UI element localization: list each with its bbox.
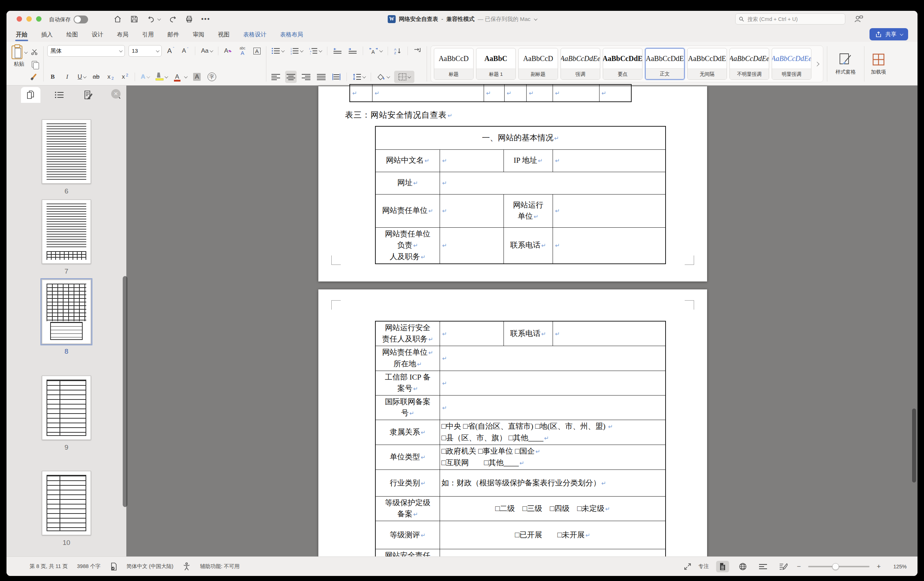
table-cell[interactable]: 网站中文名↵ (375, 149, 440, 172)
table-cell[interactable]: □二级 □三级 □四级 □未定级↵ (440, 497, 666, 521)
minimize-window-button[interactable] (26, 16, 32, 21)
table-cell[interactable]: 一、网站的基本情况↵ (375, 126, 666, 149)
bullet-list-button[interactable] (270, 45, 285, 57)
align-right-button[interactable] (300, 71, 312, 83)
change-case-button[interactable]: Aa (200, 45, 214, 57)
search-input[interactable] (747, 16, 842, 22)
subscript-button[interactable]: x2 (105, 71, 116, 83)
style-chip-0[interactable]: AaBbCcD标题 (434, 48, 474, 80)
comments-people-icon[interactable] (854, 15, 863, 23)
sidebar-tab-review[interactable] (78, 87, 98, 103)
superscript-button[interactable]: x2 (119, 71, 130, 83)
zoom-window-button[interactable] (36, 16, 41, 21)
table-cell[interactable]: 单位类型↵ (375, 445, 440, 470)
language-indicator[interactable]: 简体中文 (中国大陆) (127, 563, 173, 570)
sidebar-tab-outline[interactable] (50, 87, 69, 103)
shrink-font-button[interactable]: Aˇ (180, 45, 191, 57)
table-cell[interactable]: 等级保护定级备案↵ (375, 497, 440, 521)
zoom-out-button[interactable]: − (797, 563, 801, 571)
close-sidebar-button[interactable]: ✕ (111, 89, 120, 99)
ribbon-tab-3[interactable]: 设计 (91, 30, 104, 40)
enclose-characters-button[interactable]: 字 (206, 71, 218, 83)
autosave-toggle[interactable] (74, 15, 88, 23)
zoom-slider-thumb[interactable] (832, 563, 839, 570)
highlight-button[interactable] (154, 71, 168, 83)
table-cell[interactable]: 国际联网备案号↵ (375, 396, 440, 420)
align-left-button[interactable] (270, 71, 282, 83)
close-window-button[interactable] (16, 16, 22, 21)
table-cell[interactable]: 工信部 ICP 备案号↵ (375, 371, 440, 396)
more-styles-chevron[interactable] (815, 62, 819, 66)
table-cell[interactable]: ↵ (440, 396, 666, 420)
table-cell[interactable]: ↵ (553, 84, 599, 102)
table-cell[interactable]: ↵ (553, 227, 666, 264)
copy-button[interactable] (29, 58, 40, 70)
doc-section-title[interactable]: 表三：网站安全情况自查表↵ (345, 109, 453, 120)
style-chip-6[interactable]: AaBbCcDdE无间隔 (687, 48, 727, 80)
table-cell[interactable]: 网站运行安全责任人及职务↵ (375, 321, 440, 346)
page-thumbnail-7[interactable] (42, 200, 91, 264)
addins-button[interactable]: 加载项 (868, 45, 889, 83)
accessibility-icon[interactable] (183, 562, 191, 571)
zoom-in-button[interactable]: + (877, 563, 881, 571)
word-count[interactable]: 3988 个字 (77, 563, 100, 570)
decrease-indent-button[interactable] (332, 45, 343, 57)
table-cell[interactable]: ↵ (553, 194, 666, 227)
title-dropdown-chevron[interactable] (534, 17, 538, 21)
page-indicator[interactable]: 第 8 页, 共 11 页 (30, 563, 68, 570)
table-cell[interactable]: 等级测评↵ (375, 521, 440, 549)
format-painter-button[interactable] (29, 70, 40, 82)
font-color-button[interactable]: A (172, 71, 188, 83)
ribbon-tab-2[interactable]: 绘图 (66, 30, 79, 40)
page-thumbnail-6[interactable] (42, 119, 91, 184)
table-cell[interactable]: 隶属关系↵ (375, 420, 440, 445)
ribbon-tab-10[interactable]: 表格布局 (279, 30, 304, 40)
ribbon-tab-7[interactable]: 审阅 (192, 30, 205, 40)
ribbon-tab-4[interactable]: 布局 (116, 30, 129, 40)
fullscreen-icon[interactable] (684, 563, 691, 570)
search-box[interactable] (735, 13, 845, 25)
save-icon[interactable] (129, 14, 140, 25)
table-cell[interactable]: ↵ (553, 149, 666, 172)
font-name-select[interactable]: 黑体 (47, 45, 125, 57)
table-cell[interactable]: 网站责任单位↵ (375, 194, 440, 227)
draft-view-button[interactable] (777, 561, 790, 572)
grow-font-button[interactable]: Aˆ (165, 45, 176, 57)
share-button[interactable]: 共享 (870, 28, 908, 40)
bold-button[interactable]: B (47, 71, 58, 83)
show-paragraph-marks-button[interactable] (412, 45, 423, 57)
table-cell[interactable]: 行业类别↵ (375, 470, 440, 497)
document-page-9[interactable]: 网站运行安全责任人及职务↵↵联系电话↵↵网站责任单位↵所在地↵↵工信部 ICP … (318, 289, 707, 556)
table-cell[interactable]: 联系电话↵ (503, 321, 553, 346)
style-pane-button[interactable]: 样式窗格 (831, 45, 860, 83)
character-shading-button[interactable]: A (191, 71, 203, 83)
table-cell[interactable]: ↵ (440, 346, 666, 371)
table-cell[interactable]: ↵ (504, 84, 526, 102)
table-cell[interactable]: □中央 □省(自治区、直辖市) □地(区、市、州、盟) ↵□县（区、市、旗） □… (440, 420, 666, 445)
page-thumbnail-8[interactable] (42, 280, 91, 344)
style-chip-5[interactable]: AaBbCcDdE正文 (645, 48, 685, 80)
table-cell[interactable]: IP 地址↵ (503, 149, 553, 172)
table-cell[interactable]: ↵ (372, 84, 483, 102)
clear-formatting-button[interactable]: A▰ (223, 45, 234, 57)
multilevel-list-button[interactable]: 1ai (307, 45, 323, 57)
style-chip-4[interactable]: AaBbCcDdE要点 (603, 48, 642, 80)
strikethrough-button[interactable]: ab (91, 71, 101, 83)
undo-icon[interactable] (145, 14, 162, 25)
character-scaling-button[interactable]: A (368, 45, 383, 57)
zoom-percentage[interactable]: 125% (888, 564, 907, 569)
table-cell[interactable]: ↵ (440, 194, 503, 227)
paste-button[interactable]: 粘贴 (12, 45, 27, 83)
ribbon-tab-8[interactable]: 视图 (217, 30, 230, 40)
document-scrollbar[interactable] (912, 409, 916, 482)
web-layout-view-button[interactable] (736, 561, 749, 572)
table-cell[interactable]: 网站责任单位负责↵人及职务↵ (375, 227, 440, 264)
text-effects-button[interactable]: A (139, 71, 150, 83)
line-spacing-button[interactable] (351, 71, 366, 83)
table-cell[interactable]: 网站运行单位↵ (503, 194, 553, 227)
sort-button[interactable]: AZ (392, 45, 403, 57)
accessibility-status[interactable]: 辅助功能: 不可用 (200, 563, 240, 570)
style-chip-8[interactable]: AaBbCcDdEe明显强调 (772, 48, 812, 80)
style-chip-2[interactable]: AaBbCcD副标题 (518, 48, 558, 80)
table-cell[interactable]: 网址↵ (375, 172, 440, 194)
